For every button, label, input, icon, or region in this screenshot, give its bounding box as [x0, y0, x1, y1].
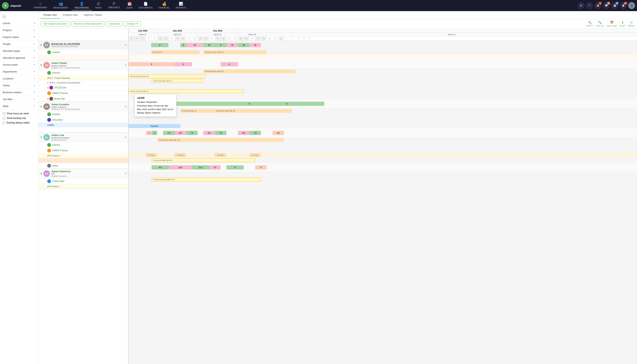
sidebar-item-business-relation[interactable]: Business relation ▼ [0, 89, 38, 96]
nav-reports[interactable]: 📊 REPORTS [173, 0, 189, 10]
af-ph2-bar: 3 hours per day, total: 36 [129, 74, 205, 78]
sidebar-item-allocations-approval[interactable]: Allocations approval ▼ [0, 54, 38, 61]
adam-feeder-activfix-link[interactable]: ActivFix [52, 72, 60, 74]
sidebar-collapse-button[interactable]: ← [2, 14, 7, 19]
sidebar-item-skills[interactable]: Skills ▼ [0, 103, 38, 110]
adam-lola-add-button[interactable]: + [125, 136, 127, 140]
adam-knowles-afuzzdev-link[interactable]: AFuzzDev [52, 118, 63, 121]
chevron-down-icon: ▼ [34, 64, 36, 66]
ak-vacation-bar-row: Vacation [129, 124, 637, 128]
adam-feeder-boots-link[interactable]: Boots Site [54, 98, 65, 100]
adam-knowles-name[interactable]: Adam Knowles [52, 103, 125, 106]
nav-resourcing[interactable]: 👤 RESOURCING [72, 0, 92, 10]
agnes-gutierrez-name[interactable]: Agnes Gutierrez [52, 170, 125, 173]
agnes-gutierrez-add-button[interactable]: + [125, 172, 127, 176]
zoom-range-button[interactable]: 📅 Zoom range [607, 21, 617, 27]
nav-financial[interactable]: 💰 FINANCIAL [156, 0, 173, 10]
checkbox-show-hours-per-week[interactable]: Show hours per week [3, 111, 36, 116]
adam-lola-expand-icon[interactable]: ▼ [40, 136, 43, 139]
toolbar-right-actions: 🔍 Zoom in 🔍 Zoom out 📅 Zoom range ⬇ Expo… [586, 21, 635, 27]
backlog-bar-8b: 8 [180, 43, 186, 47]
chevron-down-icon: ▼ [34, 91, 36, 94]
financial-icon: 💰 [162, 2, 166, 6]
ak-activfix-bar-row: 8 hours per day, tot. 8 hours per day, t… [129, 108, 637, 114]
add-multiple-allocations-button[interactable]: Add multiple allocations [41, 21, 70, 26]
adam-feeder-afuzz-link[interactable]: AFuZZCore [54, 86, 66, 89]
sidebar-item-job-titles[interactable]: Job titles ▼ [0, 96, 38, 103]
nav-documents[interactable]: 📄 DOCUMENTS [136, 0, 156, 10]
backlog-expand-icon[interactable]: ▼ [40, 44, 43, 46]
messages-count: 47 [607, 2, 610, 5]
export-button[interactable]: ⬇ Export [620, 21, 625, 27]
adam-knowles-activfix-link[interactable]: ActivFix [52, 113, 60, 116]
remove-multiple-allocations-button[interactable]: Remove multiple allocations [71, 21, 105, 26]
user-avatar[interactable]: 👤 [628, 2, 635, 9]
tab-projects-view[interactable]: Projects view [60, 12, 81, 18]
nav-tasks[interactable]: ☑ TASKS [92, 0, 105, 10]
adam-lola-glass-link[interactable]: Glass [52, 164, 58, 167]
checkbox-backlog-always-visible[interactable]: Backlog always visible [3, 120, 36, 125]
al-repeat-4: ↺ 2 hou. [249, 154, 261, 157]
adam-lola-name[interactable]: Adam Lola [52, 134, 125, 136]
calendar-btn[interactable]: 📅 76 [611, 2, 618, 9]
sidebar-item-projects-status[interactable]: Projects status ▼ [0, 34, 38, 41]
sidebar-item-locations[interactable]: Locations ▼ [0, 75, 38, 82]
messages-btn[interactable]: 💬 47 [603, 2, 610, 9]
agnes-gutierrez-expand-icon[interactable]: ▼ [40, 172, 43, 175]
sidebar-teams-label: Teams [3, 84, 10, 87]
sidebar-item-access-levels[interactable]: Access levels ▼ [0, 61, 38, 68]
sidebar-item-departments[interactable]: Departments ▼ [0, 68, 38, 75]
agnes-gutierrez-anewstart-link[interactable]: A New Start [52, 180, 64, 182]
logo[interactable]: e elapseit [2, 2, 27, 9]
adam-knowles-expand-icon[interactable]: ▼ [40, 105, 43, 108]
nav-timesheet[interactable]: ⏱ TIMESHEET [105, 0, 123, 10]
nav-leave[interactable]: 📅 LEAVE [123, 0, 136, 10]
tooltip-days: 8 business days, 8 hours per day [137, 104, 174, 108]
nav-dashboard[interactable]: ⌂ DASHBOARD [31, 0, 50, 10]
ak-bar-row: 8 8 [129, 99, 637, 108]
notifications-btn[interactable]: 🔔 1 [594, 2, 601, 9]
leave-icon: 📅 [127, 2, 132, 6]
checkbox-show-backlog-only[interactable]: Show backlog only [3, 116, 36, 120]
ak-bar-8b: 8 [278, 102, 295, 106]
ak-vacation-bar: Vacation [129, 124, 180, 128]
show-hours-per-week-input[interactable] [3, 112, 5, 115]
backlog-always-visible-input[interactable] [3, 122, 5, 124]
chevron-down-icon: ▼ [34, 57, 36, 59]
collapse-button[interactable]: Collapse ▼ [124, 21, 141, 26]
backlog-activfix-link[interactable]: ActivFix [52, 51, 60, 54]
refresh-button[interactable]: ↺ Refresh [628, 21, 635, 27]
expand-all-button[interactable]: Expand all [107, 21, 122, 26]
sidebar-item-clients[interactable]: Clients ▼ [0, 20, 38, 27]
adam-feeder-arpat-link[interactable]: ARPAT Firenze [52, 92, 68, 94]
tab-people-view[interactable]: People view [40, 12, 60, 18]
show-backlog-only-label: Show backlog only [7, 117, 26, 120]
nav-management[interactable]: 👥 MANAGEMENT [50, 0, 72, 10]
timer-btn[interactable]: ⏰ OUT [620, 2, 627, 9]
sidebar-item-people[interactable]: People ▼ [0, 41, 38, 48]
adam-lola-arpat-link[interactable]: ARPAT Firenze [52, 149, 68, 152]
al-bar-95: 9.5 [175, 131, 186, 135]
nav-resourcing-label: RESOURCING [75, 6, 89, 9]
adam-knowles-add-button[interactable]: + [125, 105, 127, 109]
zoom-in-button[interactable]: 🔍 Zoom in [586, 21, 593, 27]
sidebar-item-teams[interactable]: Teams ▼ [0, 82, 38, 89]
sidebar-item-allocation-types[interactable]: Allocation types ▼ [0, 48, 38, 54]
adam-feeder-name[interactable]: Adam Feeder [52, 62, 125, 64]
settings-btn[interactable]: ⚙ [577, 2, 584, 9]
adam-feeder-expand-icon[interactable]: ▼ [40, 64, 43, 67]
adam-lola-activfix-link[interactable]: ActivFix [52, 144, 60, 146]
af-bar-6: 6 [175, 62, 192, 66]
backlog-add-button[interactable]: + [125, 43, 127, 47]
adam-knowles-role: design engineer [52, 106, 125, 108]
help-btn[interactable]: ? [586, 2, 593, 9]
tab-approve-reject[interactable]: Approve / Reject [81, 12, 105, 18]
tooltip-backup: Backup: Agnes Gutierrez [137, 111, 174, 115]
af-ph4-bar-row: 3 hours per day, total: 15 [129, 79, 637, 83]
show-backlog-only-input[interactable] [3, 117, 5, 120]
zoom-out-button[interactable]: 🔍 Zoom out [596, 21, 604, 27]
sidebar-job-titles-label: Job titles [3, 98, 13, 101]
gantt-left-header [38, 28, 129, 40]
sidebar-item-projects[interactable]: Projects ▼ [0, 27, 38, 34]
adam-feeder-add-button[interactable]: + [125, 63, 127, 67]
